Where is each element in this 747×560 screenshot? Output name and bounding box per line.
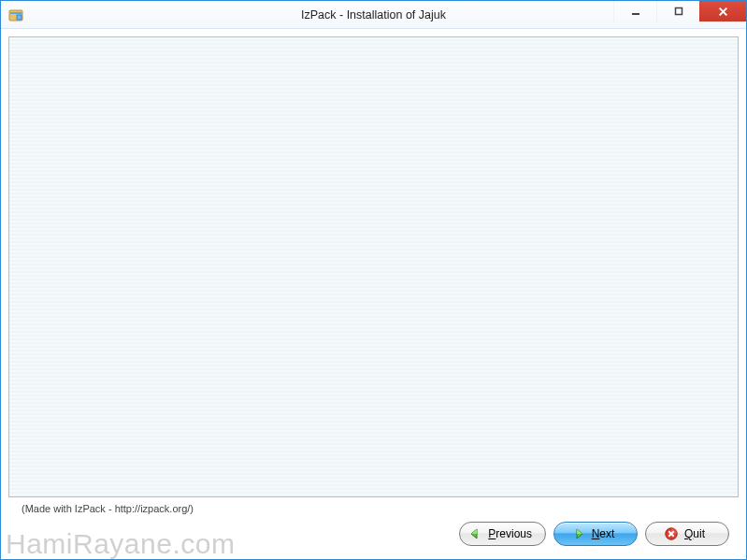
cancel-icon <box>664 526 679 541</box>
installer-window: IzPack - Installation of Jajuk (Made wit… <box>0 0 747 560</box>
previous-button[interactable]: Previous <box>459 522 546 546</box>
next-button[interactable]: Next <box>553 522 638 546</box>
content-panel <box>8 36 739 497</box>
svg-rect-4 <box>675 8 682 15</box>
arrow-right-icon <box>571 526 586 541</box>
close-button[interactable] <box>699 1 746 22</box>
svg-rect-1 <box>10 12 22 14</box>
svg-rect-2 <box>17 15 22 20</box>
wizard-button-row: Previous Next <box>8 516 739 555</box>
arrow-left-icon <box>467 526 482 541</box>
quit-button-label: Quit <box>684 527 705 540</box>
maximize-button[interactable] <box>656 1 699 22</box>
titlebar: IzPack - Installation of Jajuk <box>1 1 746 29</box>
svg-rect-3 <box>632 13 639 15</box>
minimize-button[interactable] <box>613 1 656 22</box>
window-controls <box>613 1 746 28</box>
client-area: (Made with IzPack - http://izpack.org/) … <box>1 29 746 559</box>
quit-button[interactable]: Quit <box>645 522 729 546</box>
izpack-credit: (Made with IzPack - http://izpack.org/) <box>8 497 739 516</box>
next-button-label: Next <box>592 527 615 540</box>
app-icon <box>8 7 23 22</box>
previous-button-label: Previous <box>488 527 532 540</box>
